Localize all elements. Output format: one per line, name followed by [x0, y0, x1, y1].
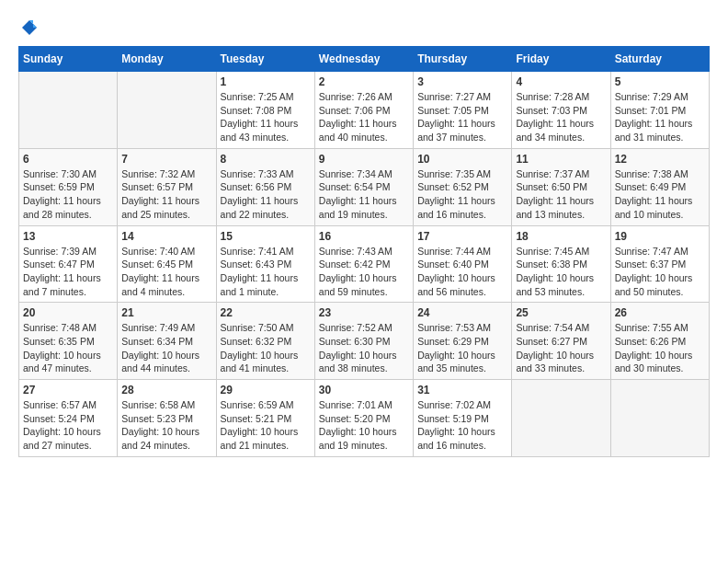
day-info: Sunrise: 7:01 AM Sunset: 5:20 PM Dayligh… — [319, 398, 409, 453]
day-info: Sunrise: 7:02 AM Sunset: 5:19 PM Dayligh… — [417, 398, 507, 453]
day-info: Sunrise: 7:27 AM Sunset: 7:05 PM Dayligh… — [417, 90, 507, 144]
calendar-cell: 24Sunrise: 7:53 AM Sunset: 6:29 PM Dayli… — [414, 303, 512, 380]
day-info: Sunrise: 7:39 AM Sunset: 6:47 PM Dayligh… — [23, 245, 113, 299]
day-info: Sunrise: 7:32 AM Sunset: 6:57 PM Dayligh… — [121, 167, 211, 222]
day-info: Sunrise: 7:49 AM Sunset: 6:34 PM Dayligh… — [121, 321, 211, 375]
calendar-cell: 30Sunrise: 7:01 AM Sunset: 5:20 PM Dayli… — [314, 380, 413, 457]
day-number: 28 — [121, 384, 211, 396]
day-number: 8 — [221, 153, 311, 166]
day-info: Sunrise: 7:50 AM Sunset: 6:32 PM Dayligh… — [221, 321, 311, 375]
day-number: 1 — [221, 75, 311, 88]
calendar-cell: 27Sunrise: 6:57 AM Sunset: 5:24 PM Dayli… — [19, 380, 118, 457]
calendar-cell: 16Sunrise: 7:43 AM Sunset: 6:42 PM Dayli… — [314, 225, 413, 303]
day-number: 7 — [121, 153, 211, 166]
calendar-cell: 29Sunrise: 6:59 AM Sunset: 5:21 PM Dayli… — [216, 380, 314, 457]
day-number: 21 — [121, 306, 211, 319]
header-tuesday: Tuesday — [216, 47, 314, 72]
calendar-cell: 20Sunrise: 7:48 AM Sunset: 6:35 PM Dayli… — [19, 303, 118, 380]
day-number: 4 — [516, 75, 606, 88]
calendar-week-2: 6Sunrise: 7:30 AM Sunset: 6:59 PM Daylig… — [19, 148, 710, 225]
header-friday: Friday — [512, 47, 610, 72]
calendar-cell: 18Sunrise: 7:45 AM Sunset: 6:38 PM Dayli… — [512, 225, 610, 303]
calendar-cell: 1Sunrise: 7:25 AM Sunset: 7:08 PM Daylig… — [216, 72, 314, 149]
day-number: 23 — [319, 306, 409, 319]
day-number: 2 — [319, 75, 409, 88]
calendar-cell: 25Sunrise: 7:54 AM Sunset: 6:27 PM Dayli… — [512, 303, 610, 380]
day-number: 10 — [417, 153, 507, 166]
day-info: Sunrise: 7:33 AM Sunset: 6:56 PM Dayligh… — [221, 167, 311, 222]
calendar-cell — [118, 72, 216, 149]
calendar-cell: 22Sunrise: 7:50 AM Sunset: 6:32 PM Dayli… — [216, 303, 314, 380]
day-info: Sunrise: 7:34 AM Sunset: 6:54 PM Dayligh… — [319, 167, 409, 222]
day-number: 3 — [417, 75, 507, 88]
day-number: 27 — [23, 384, 113, 396]
calendar-cell: 5Sunrise: 7:29 AM Sunset: 7:01 PM Daylig… — [610, 72, 709, 149]
day-info: Sunrise: 7:29 AM Sunset: 7:01 PM Dayligh… — [615, 90, 705, 144]
day-number: 6 — [23, 153, 113, 166]
day-number: 16 — [319, 230, 409, 243]
calendar-cell: 4Sunrise: 7:28 AM Sunset: 7:03 PM Daylig… — [512, 72, 610, 149]
calendar-cell — [512, 380, 610, 457]
day-number: 26 — [615, 306, 705, 319]
day-number: 14 — [121, 230, 211, 243]
day-number: 22 — [221, 306, 311, 319]
calendar-cell: 6Sunrise: 7:30 AM Sunset: 6:59 PM Daylig… — [19, 148, 118, 225]
logo — [18, 18, 39, 37]
day-number: 12 — [615, 153, 705, 166]
day-info: Sunrise: 7:44 AM Sunset: 6:40 PM Dayligh… — [417, 245, 507, 299]
day-info: Sunrise: 6:57 AM Sunset: 5:24 PM Dayligh… — [23, 398, 113, 453]
calendar-cell: 31Sunrise: 7:02 AM Sunset: 5:19 PM Dayli… — [414, 380, 512, 457]
day-info: Sunrise: 7:28 AM Sunset: 7:03 PM Dayligh… — [516, 90, 606, 144]
day-info: Sunrise: 7:37 AM Sunset: 6:50 PM Dayligh… — [516, 167, 606, 222]
day-info: Sunrise: 7:55 AM Sunset: 6:26 PM Dayligh… — [615, 321, 705, 375]
calendar-cell: 26Sunrise: 7:55 AM Sunset: 6:26 PM Dayli… — [610, 303, 709, 380]
day-info: Sunrise: 7:26 AM Sunset: 7:06 PM Dayligh… — [319, 90, 409, 144]
day-info: Sunrise: 7:54 AM Sunset: 6:27 PM Dayligh… — [516, 321, 606, 375]
day-number: 13 — [23, 230, 113, 243]
calendar-cell: 3Sunrise: 7:27 AM Sunset: 7:05 PM Daylig… — [414, 72, 512, 149]
day-number: 15 — [221, 230, 311, 243]
day-number: 25 — [516, 306, 606, 319]
calendar-week-4: 20Sunrise: 7:48 AM Sunset: 6:35 PM Dayli… — [19, 303, 710, 380]
calendar-cell: 23Sunrise: 7:52 AM Sunset: 6:30 PM Dayli… — [314, 303, 413, 380]
calendar-cell — [19, 72, 118, 149]
page-header — [18, 18, 710, 37]
calendar-cell: 19Sunrise: 7:47 AM Sunset: 6:37 PM Dayli… — [610, 225, 709, 303]
day-number: 29 — [221, 384, 311, 396]
calendar: SundayMondayTuesdayWednesdayThursdayFrid… — [18, 46, 710, 457]
calendar-week-1: 1Sunrise: 7:25 AM Sunset: 7:08 PM Daylig… — [19, 72, 710, 149]
logo-icon — [20, 18, 39, 37]
day-info: Sunrise: 7:52 AM Sunset: 6:30 PM Dayligh… — [319, 321, 409, 375]
day-info: Sunrise: 7:47 AM Sunset: 6:37 PM Dayligh… — [615, 245, 705, 299]
calendar-cell — [610, 380, 709, 457]
calendar-week-3: 13Sunrise: 7:39 AM Sunset: 6:47 PM Dayli… — [19, 225, 710, 303]
calendar-cell: 8Sunrise: 7:33 AM Sunset: 6:56 PM Daylig… — [216, 148, 314, 225]
day-info: Sunrise: 7:35 AM Sunset: 6:52 PM Dayligh… — [417, 167, 507, 222]
day-number: 17 — [417, 230, 507, 243]
calendar-header-row: SundayMondayTuesdayWednesdayThursdayFrid… — [19, 47, 710, 72]
calendar-cell: 10Sunrise: 7:35 AM Sunset: 6:52 PM Dayli… — [414, 148, 512, 225]
day-info: Sunrise: 6:58 AM Sunset: 5:23 PM Dayligh… — [121, 398, 211, 453]
header-wednesday: Wednesday — [314, 47, 413, 72]
day-info: Sunrise: 7:41 AM Sunset: 6:43 PM Dayligh… — [221, 245, 311, 299]
calendar-cell: 12Sunrise: 7:38 AM Sunset: 6:49 PM Dayli… — [610, 148, 709, 225]
day-number: 30 — [319, 384, 409, 396]
day-number: 18 — [516, 230, 606, 243]
calendar-cell: 9Sunrise: 7:34 AM Sunset: 6:54 PM Daylig… — [314, 148, 413, 225]
header-saturday: Saturday — [610, 47, 709, 72]
calendar-cell: 17Sunrise: 7:44 AM Sunset: 6:40 PM Dayli… — [414, 225, 512, 303]
calendar-week-5: 27Sunrise: 6:57 AM Sunset: 5:24 PM Dayli… — [19, 380, 710, 457]
calendar-cell: 13Sunrise: 7:39 AM Sunset: 6:47 PM Dayli… — [19, 225, 118, 303]
day-info: Sunrise: 6:59 AM Sunset: 5:21 PM Dayligh… — [221, 398, 311, 453]
calendar-cell: 15Sunrise: 7:41 AM Sunset: 6:43 PM Dayli… — [216, 225, 314, 303]
day-number: 19 — [615, 230, 705, 243]
calendar-cell: 28Sunrise: 6:58 AM Sunset: 5:23 PM Dayli… — [118, 380, 216, 457]
day-info: Sunrise: 7:53 AM Sunset: 6:29 PM Dayligh… — [417, 321, 507, 375]
calendar-cell: 2Sunrise: 7:26 AM Sunset: 7:06 PM Daylig… — [314, 72, 413, 149]
calendar-cell: 21Sunrise: 7:49 AM Sunset: 6:34 PM Dayli… — [118, 303, 216, 380]
calendar-cell: 11Sunrise: 7:37 AM Sunset: 6:50 PM Dayli… — [512, 148, 610, 225]
day-number: 20 — [23, 306, 113, 319]
header-monday: Monday — [118, 47, 216, 72]
day-info: Sunrise: 7:40 AM Sunset: 6:45 PM Dayligh… — [121, 245, 211, 299]
header-thursday: Thursday — [414, 47, 512, 72]
